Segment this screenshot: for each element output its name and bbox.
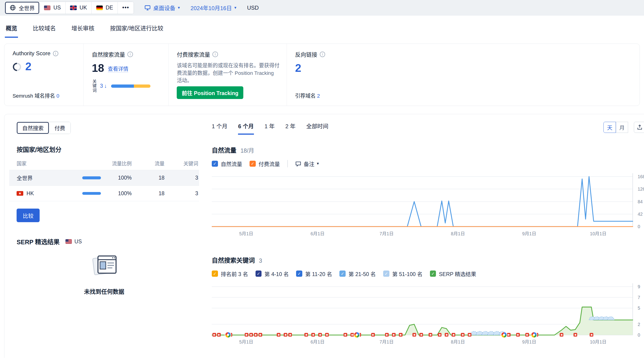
chart-title-value: 18/月 [240, 146, 254, 154]
keywords-value: 3 [164, 190, 198, 197]
range-2y[interactable]: 2 年 [285, 122, 296, 135]
keywords-distribution-bar [111, 84, 150, 88]
share-value: 100% [118, 190, 132, 197]
export-button[interactable] [634, 122, 644, 133]
x-axis-label: 8月1日 [451, 338, 465, 345]
region-label: DE [106, 4, 113, 11]
legend-label: 排名前 3 名 [221, 270, 248, 278]
keywords-count-link[interactable]: 3 [100, 83, 103, 89]
keywords-chart-svg[interactable]: 97520 [212, 283, 644, 344]
legend-label: 第 51-100 名 [392, 270, 422, 278]
legend-serp-features[interactable]: ✓ SERP 精选结果 [430, 270, 476, 278]
device-label: 桌面设备 [153, 4, 175, 12]
currency-label: USD [247, 4, 259, 11]
serp-empty-state: 未找到任何数据 [9, 252, 199, 295]
semrush-domain-overview-page: 全世界 US UK DE ••• 桌面设备 ▾ 2024年10月1 [0, 0, 644, 358]
serp-features-title: SERP 精选结果 [16, 237, 60, 246]
share-value: 100% [118, 175, 132, 181]
legend-pos-51-100[interactable]: ✓ 第 51-100 名 [383, 270, 422, 278]
legend-label: 第 11-20 名 [305, 270, 332, 278]
serp-region-label: US [74, 239, 82, 245]
organic-keywords-chart-title: 自然搜索关键词 3 [212, 256, 644, 265]
chart-title-text: 自然搜索关键词 [212, 256, 255, 265]
summary-card: Authority Score i 2 Semrush 域名排名 0 自然搜索流… [4, 43, 640, 106]
legend-paid-traffic[interactable]: ✓ 付费流量 [250, 160, 280, 168]
x-axis-label: 6月1日 [310, 230, 325, 237]
checkbox-checked-icon: ✓ [256, 271, 262, 277]
notes-dropdown[interactable]: 备注 ▾ [295, 160, 319, 168]
compare-button[interactable]: 比较 [16, 209, 40, 222]
organic-keywords-chart[interactable]: 97520 5月1日6月1日7月1日8月1日9月1日10月1日 [212, 283, 644, 348]
desktop-icon [144, 5, 151, 10]
range-1y[interactable]: 1 年 [264, 122, 275, 135]
legend-label: SERP 精选结果 [439, 270, 476, 278]
x-axis-label: 6月1日 [310, 338, 325, 345]
info-icon[interactable]: i [320, 51, 325, 57]
legend-pos-4-10[interactable]: ✓ 第 4-10 名 [256, 270, 289, 278]
info-icon[interactable]: i [212, 51, 218, 57]
notes-label: 备注 [304, 160, 314, 168]
range-all[interactable]: 全部时间 [306, 122, 328, 135]
chevron-down-icon: ▾ [317, 162, 319, 166]
chevron-down-icon: ▾ [234, 6, 236, 10]
range-1m[interactable]: 1 个月 [212, 122, 228, 135]
x-axis-label: 10月1日 [590, 230, 606, 237]
go-to-position-tracking-button[interactable]: 前往 Position Tracking [177, 86, 243, 99]
tab-compare-domains[interactable]: 比较域名 [32, 19, 57, 38]
table-row-hk[interactable]: HK 100% 18 3 [9, 186, 199, 201]
legend-label: 自然流量 [221, 160, 242, 168]
region-uk[interactable]: UK [66, 2, 92, 14]
info-icon[interactable]: i [128, 51, 133, 57]
device-selector[interactable]: 桌面设备 ▾ [144, 4, 180, 12]
tab-compare-by-country[interactable]: 按国家/地区进行比较 [109, 19, 164, 38]
ref-domains-value[interactable]: 2 [317, 93, 320, 99]
tab-growth-report[interactable]: 增长审核 [70, 19, 95, 38]
overview-nav-tabs: 概览 比较域名 增长审核 按国家/地区进行比较 [0, 19, 644, 38]
toggle-organic[interactable]: 自然搜索 [17, 122, 49, 134]
x-axis-label: 7月1日 [380, 338, 394, 345]
y-axis-label: 0 [638, 224, 640, 229]
organic-traffic-chart-title: 自然流量 18/月 [212, 145, 644, 154]
uk-flag-icon [70, 5, 77, 10]
toggle-paid[interactable]: 付费 [49, 122, 70, 134]
range-6m[interactable]: 6 个月 [238, 122, 254, 135]
region-de[interactable]: DE [92, 2, 118, 14]
granularity-month-button[interactable]: 月 [616, 122, 628, 133]
granularity-day-button[interactable]: 天 [604, 122, 616, 133]
more-regions-button[interactable]: ••• [118, 2, 134, 14]
note-bubble-icon [295, 161, 302, 167]
organic-traffic-chart[interactable]: 16812684420 5月1日6月1日7月1日8月1日9月1日10月1日 [212, 172, 644, 242]
col-traffic: 流量 [132, 160, 164, 167]
y-axis-label: 168 [638, 174, 644, 179]
view-details-link[interactable]: 查看详情 [108, 65, 128, 72]
date-selector[interactable]: 2024年10月16日 ▾ [190, 4, 236, 12]
tab-overview[interactable]: 概览 [5, 19, 18, 38]
legend-top3[interactable]: ✓ 排名前 3 名 [212, 270, 248, 278]
traffic-value: 18 [132, 190, 164, 197]
trend-down-icon: ↓ [104, 83, 107, 89]
globe-icon [10, 4, 16, 11]
traffic-chart-svg[interactable]: 16812684420 [212, 172, 644, 234]
us-flag-icon [66, 239, 72, 244]
card-title: 反向链接 [295, 50, 317, 58]
legend-pos-11-20[interactable]: ✓ 第 11-20 名 [296, 270, 332, 278]
region-us[interactable]: US [39, 2, 65, 14]
export-icon [637, 124, 643, 130]
x-axis-label: 10月1日 [590, 338, 606, 345]
chart-title-text: 自然流量 [212, 145, 236, 154]
checkbox-checked-icon: ✓ [296, 271, 302, 277]
country-breakdown-column: 自然搜索 付费 按国家/地区划分 国家 流量比例 流量 关键词 全世界 100% [9, 114, 199, 295]
domain-rank-value[interactable]: 0 [56, 93, 59, 99]
us-flag-icon [44, 5, 51, 10]
region-label: US [54, 4, 61, 11]
serp-region-selector[interactable]: US [66, 239, 82, 245]
traffic-chart-legend: ✓ 自然流量 ✓ 付费流量 备注 ▾ [212, 160, 644, 168]
main-panel: 自然搜索 付费 按国家/地区划分 国家 流量比例 流量 关键词 全世界 100% [4, 114, 644, 358]
filter-topbar: 全世界 US UK DE ••• 桌面设备 ▾ 2024年10月1 [0, 0, 644, 16]
table-row-worldwide[interactable]: 全世界 100% 18 3 [9, 170, 199, 186]
card-title: Authority Score [12, 50, 50, 57]
legend-organic-traffic[interactable]: ✓ 自然流量 [212, 160, 242, 168]
legend-pos-21-50[interactable]: ✓ 第 21-50 名 [340, 270, 376, 278]
region-worldwide[interactable]: 全世界 [5, 2, 39, 14]
info-icon[interactable]: i [53, 51, 58, 56]
